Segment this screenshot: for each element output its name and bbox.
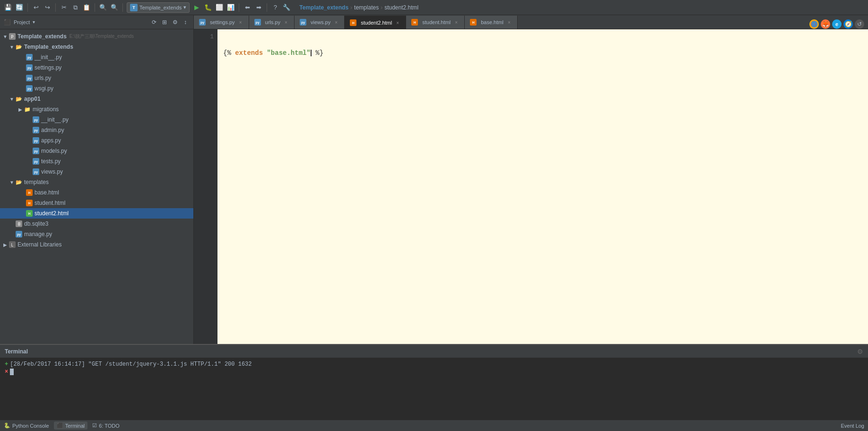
base-label: base.html [35, 189, 59, 196]
replace-icon[interactable]: 🔍 [110, 3, 119, 12]
models-arrow [26, 148, 32, 154]
init1-label: __init__.py [35, 54, 62, 61]
sidebar-refresh-btn[interactable]: ⟳ [150, 18, 158, 26]
tab-urls[interactable]: py urls.py × [249, 16, 295, 29]
find-icon[interactable]: 🔍 [99, 3, 107, 12]
debug-button[interactable]: 🐛 [204, 3, 212, 12]
db-label: db.sqlite3 [24, 220, 48, 227]
tree-root[interactable]: P Template_extends E:\脱产三期\Template_exte… [0, 31, 193, 42]
folder-arrow [9, 44, 15, 50]
terminal-area[interactable]: + [28/Feb/2017 16:14:17] "GET /student/j… [0, 358, 868, 420]
folder-label: Template_extends [24, 44, 73, 50]
line-numbers: 1 [194, 29, 217, 344]
sync-icon[interactable]: 🔄 [15, 3, 24, 12]
status-todo[interactable]: ☑ 6: TODO [92, 422, 120, 429]
breadcrumb-file[interactable]: student2.html [384, 4, 418, 11]
tab-close-base[interactable]: × [506, 19, 512, 26]
paste-icon[interactable]: 📋 [82, 3, 91, 12]
redo-icon[interactable]: ↪ [43, 3, 52, 12]
sidebar-header-label[interactable]: Project [14, 19, 30, 25]
tree-item-views[interactable]: py views.py [0, 167, 193, 177]
apps-arrow [26, 137, 32, 144]
sidebar-header: ⬛ Project ▾ ⟳ ⊞ ⚙ ↕ [0, 15, 193, 29]
tree-item-tests[interactable]: py tests.py [0, 156, 193, 167]
tab-base[interactable]: H base.html × [465, 16, 518, 29]
tree-item-app01[interactable]: app01 [0, 94, 193, 104]
tree-item-migrations[interactable]: migrations [0, 104, 193, 114]
app01-arrow [9, 96, 15, 102]
terminal-log: [28/Feb/2017 16:14:17] "GET /student/jqu… [10, 361, 252, 368]
tab-icon-base: H [469, 18, 477, 26]
tab-close-urls[interactable]: × [283, 19, 289, 26]
ie-icon[interactable]: e [832, 19, 842, 29]
vcs-forward-icon[interactable]: ➡ [254, 3, 263, 12]
copy-icon[interactable]: ⧉ [71, 3, 79, 12]
tree-item-ext-libs[interactable]: L External Libraries [0, 239, 193, 250]
root-arrow [2, 33, 9, 40]
panel-settings-icon[interactable]: ⚙ [857, 348, 863, 355]
close-brace: %} [315, 49, 323, 57]
tab-close-student[interactable]: × [453, 19, 460, 26]
tab-close-settings[interactable]: × [237, 19, 244, 26]
tab-student2[interactable]: H student2.html × [345, 16, 406, 29]
open-brace: {% [223, 49, 231, 57]
tree-item-db[interactable]: 🗄 db.sqlite3 [0, 219, 193, 229]
tab-views[interactable]: py views.py × [295, 16, 345, 29]
app01-folder-icon [15, 95, 23, 103]
save-icon[interactable]: 💾 [4, 3, 12, 12]
tree-item-init1[interactable]: py __init__.py [0, 52, 193, 62]
leaf-arrow3 [19, 75, 26, 81]
py-icon-manage: py [15, 230, 23, 238]
tree-item-settings[interactable]: py settings.py [0, 62, 193, 73]
sidebar-settings-btn[interactable]: ⚙ [171, 18, 179, 26]
run-button[interactable]: ▶ [192, 3, 201, 12]
help-icon[interactable]: ? [271, 3, 279, 12]
tree-item-manage[interactable]: py manage.py [0, 229, 193, 239]
profile-button[interactable]: 📊 [226, 3, 235, 12]
status-python-console[interactable]: 🐍 Python Console [4, 422, 49, 429]
code-editor[interactable]: {% extends "base.html" %} [217, 29, 868, 344]
keyword-extends: extends [235, 49, 263, 57]
tree-item-apps[interactable]: py apps.py [0, 135, 193, 146]
ext-libs-arrow [2, 241, 9, 248]
tree-item-wsgi[interactable]: py wsgi.py [0, 83, 193, 94]
vcs-back-icon[interactable]: ⬅ [243, 3, 252, 12]
tree-item-student[interactable]: H student.html [0, 198, 193, 208]
tree-item-student2[interactable]: H student2.html [0, 208, 193, 219]
coverage-button[interactable]: ⬜ [215, 3, 224, 12]
tools-icon[interactable]: 🔧 [282, 3, 291, 12]
tab-label-urls: urls.py [265, 19, 280, 25]
status-event-log[interactable]: Event Log [841, 423, 864, 429]
sidebar-collapse-btn[interactable]: ⊞ [160, 18, 169, 26]
firefox-icon[interactable]: 🦊 [821, 19, 830, 29]
folder-icon [15, 43, 23, 51]
tree-item-templates[interactable]: templates [0, 177, 193, 187]
undo-icon[interactable]: ↩ [32, 3, 40, 12]
cut-icon[interactable]: ✂ [60, 3, 68, 12]
tree-item-models[interactable]: py models.py [0, 146, 193, 156]
breadcrumb-folder[interactable]: templates [354, 4, 379, 11]
tree-item-base[interactable]: H base.html [0, 187, 193, 198]
tree-item-urls[interactable]: py urls.py [0, 73, 193, 83]
sidebar-sort-btn[interactable]: ↕ [181, 18, 190, 26]
sidebar-dropdown-arrow[interactable]: ▾ [33, 19, 35, 25]
chrome-icon[interactable]: 🌐 [809, 19, 819, 29]
py-icon-urls: py [26, 74, 33, 82]
tab-settings[interactable]: py settings.py × [194, 16, 249, 29]
student2-arrow [19, 210, 26, 217]
tests-label: tests.py [41, 158, 61, 165]
tab-student[interactable]: H student.html × [406, 16, 465, 29]
refresh-icon[interactable]: ↺ [855, 19, 864, 29]
run-config-selector[interactable]: T Template_extends ▾ [127, 2, 190, 13]
admin-label: admin.py [41, 127, 64, 133]
tree-item-init2[interactable]: py __init__.py [0, 114, 193, 125]
breadcrumb-project[interactable]: Template_extends [299, 4, 348, 11]
terminal-line-x: × [5, 369, 863, 375]
tree-item-template-extends-folder[interactable]: Template_extends [0, 42, 193, 52]
status-terminal[interactable]: ⬛ Terminal [54, 422, 88, 430]
tree-item-admin[interactable]: py admin.py [0, 125, 193, 135]
safari-icon[interactable]: 🧭 [843, 19, 853, 29]
admin-arrow [26, 127, 32, 133]
tab-close-student2[interactable]: × [394, 19, 401, 26]
tab-close-views[interactable]: × [333, 19, 339, 26]
